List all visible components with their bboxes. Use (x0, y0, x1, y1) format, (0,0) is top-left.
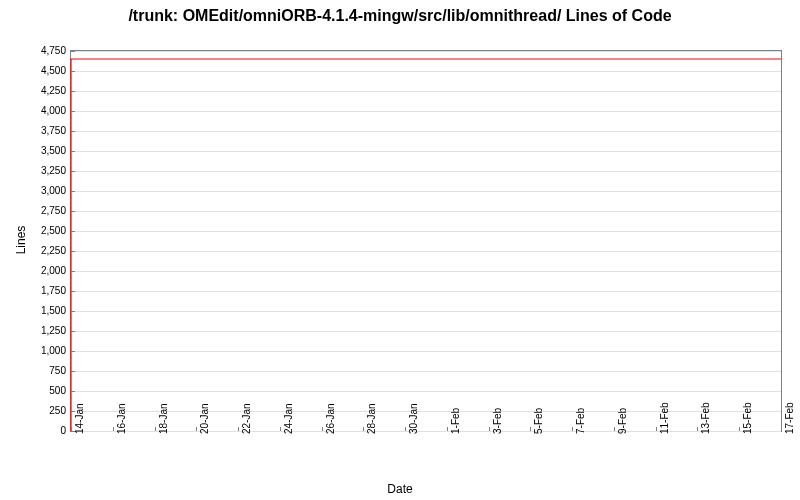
y-tick-label: 1,250 (41, 325, 66, 336)
x-tick-label: 5-Feb (533, 408, 544, 434)
x-tick-label: 9-Feb (617, 408, 628, 434)
x-tick-label: 18-Jan (158, 403, 169, 434)
gridline-h (71, 151, 781, 152)
y-tick-label: 3,000 (41, 185, 66, 196)
x-tick-label: 14-Jan (74, 403, 85, 434)
gridline-h (71, 191, 781, 192)
x-tick-label: 3-Feb (492, 408, 503, 434)
x-tick-label: 1-Feb (450, 408, 461, 434)
loc-chart: /trunk: OMEdit/omniORB-4.1.4-mingw/src/l… (0, 0, 800, 500)
gridline-h (71, 251, 781, 252)
x-tick-label: 24-Jan (283, 403, 294, 434)
series-line (71, 51, 781, 431)
gridline-h (71, 271, 781, 272)
chart-title: /trunk: OMEdit/omniORB-4.1.4-mingw/src/l… (0, 0, 800, 27)
gridline-h (71, 91, 781, 92)
y-tick-label: 3,250 (41, 165, 66, 176)
gridline-h (71, 171, 781, 172)
y-tick-label: 2,750 (41, 205, 66, 216)
y-tick-label: 2,000 (41, 265, 66, 276)
y-tick-label: 4,000 (41, 105, 66, 116)
gridline-h (71, 291, 781, 292)
gridline-h (71, 71, 781, 72)
gridline-h (71, 351, 781, 352)
y-tick-label: 1,750 (41, 285, 66, 296)
plot-area (70, 50, 782, 432)
gridline-h (71, 51, 781, 52)
y-tick-label: 1,000 (41, 345, 66, 356)
y-tick-label: 750 (49, 365, 66, 376)
x-tick-label: 20-Jan (199, 403, 210, 434)
x-axis-label: Date (387, 482, 412, 496)
y-axis-label: Lines (14, 226, 28, 255)
gridline-h (71, 331, 781, 332)
y-tick-label: 500 (49, 385, 66, 396)
gridline-h (71, 131, 781, 132)
gridline-h (71, 231, 781, 232)
y-tick-label: 4,500 (41, 65, 66, 76)
x-tick-label: 22-Jan (241, 403, 252, 434)
x-tick-label: 16-Jan (116, 403, 127, 434)
y-tick-label: 4,750 (41, 45, 66, 56)
x-tick-label: 28-Jan (366, 403, 377, 434)
gridline-h (71, 311, 781, 312)
gridline-h (71, 211, 781, 212)
gridline-h (71, 391, 781, 392)
y-tick-label: 4,250 (41, 85, 66, 96)
y-tick-label: 2,250 (41, 245, 66, 256)
gridline-h (71, 111, 781, 112)
y-tick-label: 3,500 (41, 145, 66, 156)
x-tick-label: 13-Feb (700, 402, 711, 434)
y-tick-label: 2,500 (41, 225, 66, 236)
x-tick-label: 30-Jan (408, 403, 419, 434)
gridline-h (71, 371, 781, 372)
x-tick-label: 17-Feb (784, 402, 795, 434)
x-tick-label: 15-Feb (742, 402, 753, 434)
y-tick-label: 3,750 (41, 125, 66, 136)
y-tick-label: 1,500 (41, 305, 66, 316)
gridline-h (71, 431, 781, 432)
x-tick-label: 26-Jan (325, 403, 336, 434)
y-tick-label: 250 (49, 405, 66, 416)
y-tick-label: 0 (60, 425, 66, 436)
gridline-h (71, 411, 781, 412)
x-tick-label: 7-Feb (575, 408, 586, 434)
x-tick-label: 11-Feb (659, 402, 670, 434)
